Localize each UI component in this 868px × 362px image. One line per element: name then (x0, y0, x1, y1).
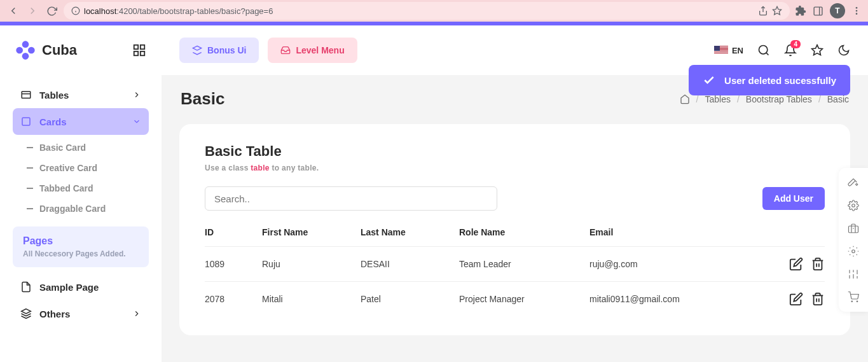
menu-icon[interactable] (851, 6, 862, 16)
theme-icon[interactable] (837, 44, 850, 57)
cards-sublist: Basic Card Creative Card Tabbed Card Dra… (20, 137, 149, 219)
brand[interactable]: Cuba (15, 40, 77, 60)
bell-icon[interactable]: 4 (784, 44, 797, 57)
star-icon[interactable] (772, 6, 782, 16)
svg-rect-15 (141, 45, 144, 49)
svg-marker-25 (812, 45, 823, 55)
gear-icon[interactable] (848, 246, 859, 257)
card-desc: Use a class table to any table. (205, 164, 825, 172)
language-switch[interactable]: EN (714, 46, 743, 55)
svg-point-7 (856, 7, 858, 9)
svg-point-41 (857, 301, 858, 302)
sliders-icon[interactable] (848, 268, 859, 280)
extensions-icon[interactable] (795, 5, 806, 17)
card: Basic Table Use a class table to any tab… (179, 124, 850, 335)
check-icon (703, 74, 715, 87)
chevron-down-icon (132, 117, 141, 126)
svg-marker-4 (773, 6, 781, 15)
svg-line-24 (766, 53, 769, 55)
svg-rect-17 (141, 52, 144, 55)
gear-icon[interactable] (848, 200, 859, 211)
sub-basic-card[interactable]: Basic Card (20, 137, 149, 158)
chevron-right-icon (132, 90, 141, 99)
svg-point-9 (856, 13, 858, 15)
svg-point-10 (22, 41, 29, 48)
layers-icon (192, 45, 202, 55)
url-bar[interactable]: localhost:4200/table/bootstrap-tables/ba… (64, 2, 790, 20)
toast: User deleted sucessfully (689, 65, 850, 95)
col-role: Role Name (459, 227, 589, 237)
favorite-icon[interactable] (811, 44, 823, 57)
paint-icon[interactable] (848, 177, 859, 188)
svg-marker-21 (22, 309, 31, 314)
sub-tabbed-card[interactable]: Tabbed Card (20, 178, 149, 198)
sidebar-nav: Tables Cards Basic Card Creative Card Ta… (0, 75, 162, 340)
file-icon (20, 281, 32, 293)
customizer-panel (839, 168, 868, 312)
delete-icon[interactable] (811, 292, 825, 306)
sidebar-header: Cuba (0, 25, 162, 75)
edit-icon[interactable] (789, 292, 803, 306)
svg-point-23 (759, 46, 768, 54)
edit-icon[interactable] (789, 257, 803, 271)
url-host: localhost:4200/table/bootstrap-tables/ba… (84, 6, 273, 16)
level-menu-button[interactable]: Level Menu (268, 38, 357, 63)
svg-rect-20 (22, 118, 30, 125)
panel-icon[interactable] (813, 6, 823, 17)
pages-title: Pages (23, 235, 139, 247)
delete-icon[interactable] (811, 257, 825, 271)
bonus-ui-button[interactable]: Bonus Ui (179, 38, 259, 63)
svg-point-40 (851, 301, 853, 302)
grid-icon[interactable] (132, 43, 146, 57)
chevron-right-icon (132, 309, 141, 318)
nav-cards[interactable]: Cards (13, 108, 149, 135)
toast-text: User deleted sucessfully (724, 75, 836, 86)
nav-others[interactable]: Others (13, 300, 149, 327)
svg-point-12 (28, 47, 35, 54)
sub-creative-card[interactable]: Creative Card (20, 158, 149, 178)
card-title: Basic Table (205, 143, 825, 160)
page-title: Basic (181, 89, 224, 109)
search-icon[interactable] (757, 44, 770, 57)
svg-point-30 (852, 204, 855, 207)
svg-point-8 (856, 10, 858, 12)
svg-point-13 (22, 53, 29, 60)
sidebar: Cuba Tables Cards Basic Card Creative Ca… (0, 25, 162, 362)
table-row: 2078 Mitali Patel Project Manager mitali… (205, 282, 825, 316)
home-icon[interactable] (680, 94, 690, 104)
svg-rect-5 (814, 7, 822, 15)
cards-icon (20, 116, 32, 127)
share-icon[interactable] (758, 6, 768, 16)
sub-draggable-card[interactable]: Draggable Card (20, 198, 149, 219)
svg-rect-18 (22, 92, 31, 99)
svg-rect-14 (134, 45, 138, 49)
profile-avatar[interactable]: T (830, 3, 845, 18)
add-user-button[interactable]: Add User (762, 187, 825, 210)
table-header: ID First Name Last Name Role Name Email (205, 211, 825, 247)
reload-icon[interactable] (45, 4, 59, 18)
cart-icon[interactable] (848, 291, 859, 303)
main: Bonus Ui Level Menu EN 4 User deleted su… (162, 25, 868, 362)
search-input[interactable] (205, 186, 497, 211)
tables-icon (20, 89, 32, 101)
pages-block: Pages All Neccesory Pages Added. (13, 226, 149, 267)
briefcase-icon[interactable] (848, 223, 859, 234)
svg-rect-16 (134, 52, 138, 55)
brand-logo-icon (15, 40, 36, 60)
col-first: First Name (262, 227, 361, 237)
nav-tables[interactable]: Tables (13, 81, 149, 108)
info-icon (71, 6, 80, 15)
table-row: 1089 Ruju DESAII Team Leader ruju@g.com (205, 247, 825, 282)
svg-point-33 (852, 250, 855, 253)
nav-sample-page[interactable]: Sample Page (13, 274, 149, 300)
brand-name: Cuba (42, 42, 77, 59)
layers-icon (20, 308, 32, 319)
pages-sub: All Neccesory Pages Added. (23, 249, 139, 258)
svg-marker-22 (193, 46, 201, 50)
bell-badge: 4 (790, 40, 801, 48)
col-id: ID (205, 227, 262, 237)
forward-icon[interactable] (25, 4, 39, 18)
back-icon[interactable] (6, 4, 20, 18)
svg-point-11 (16, 47, 23, 54)
col-email: Email (589, 227, 761, 237)
